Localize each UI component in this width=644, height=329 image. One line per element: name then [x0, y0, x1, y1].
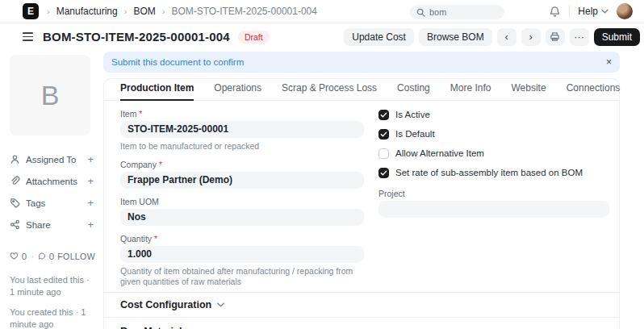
- project-input[interactable]: [378, 201, 609, 218]
- app-logo[interactable]: E: [23, 3, 39, 19]
- is-active-checkbox-row[interactable]: Is Active: [378, 109, 609, 120]
- raw-materials-label: Raw Materials: [120, 326, 187, 329]
- assign-user-icon: [10, 154, 20, 164]
- chevron-right-icon: ›: [529, 31, 532, 43]
- sidebar-item-assigned-to[interactable]: Assigned To +: [10, 148, 95, 170]
- item-input[interactable]: STO-ITEM-2025-00001: [120, 121, 364, 138]
- add-attachment-button[interactable]: +: [87, 175, 95, 187]
- submit-button[interactable]: Submit: [594, 28, 640, 46]
- add-assignment-button[interactable]: +: [87, 153, 95, 165]
- is-default-checkbox-row[interactable]: Is Default: [378, 128, 609, 140]
- set-rate-subassembly-checkbox[interactable]: [378, 168, 389, 178]
- breadcrumb-current-doc: BOM-STO-ITEM-2025-00001-004: [171, 6, 317, 17]
- breadcrumb-separator-icon: ›: [47, 6, 50, 16]
- set-rate-subassembly-checkbox-row[interactable]: Set rate of sub-assembly item based on B…: [378, 167, 609, 178]
- allow-alternative-item-label: Allow Alternative Item: [395, 148, 484, 158]
- prev-document-button[interactable]: ‹: [497, 28, 516, 46]
- sidebar-item-label: Assigned To: [26, 155, 76, 164]
- add-share-button[interactable]: +: [87, 219, 95, 231]
- navbar-divider: [569, 6, 570, 17]
- print-button[interactable]: [546, 28, 565, 46]
- is-active-checkbox[interactable]: [378, 110, 389, 120]
- user-avatar[interactable]: [617, 3, 633, 19]
- sidebar-footer: You last edited this · 1 minute ago You …: [10, 274, 94, 329]
- attach-image-box[interactable]: B: [10, 55, 90, 135]
- form-tabs: Production Item Operations Scrap & Proce…: [104, 79, 619, 101]
- follow-button[interactable]: FOLLOW: [57, 252, 95, 261]
- created-text[interactable]: You created this · 1 minute ago: [10, 306, 94, 329]
- form-content: Submit this document to confirm × Produc…: [103, 50, 620, 329]
- item-description: Item to be manufactured or repacked: [120, 141, 364, 152]
- quantity-input[interactable]: 1.000: [120, 246, 364, 263]
- breadcrumb: › Manufacturing › BOM › BOM-STO-ITEM-202…: [47, 6, 317, 17]
- submit-banner: Submit this document to confirm ×: [103, 52, 620, 73]
- item-uom-field: Item UOM Nos: [120, 197, 364, 226]
- sidebar-toggle-icon[interactable]: [23, 32, 33, 41]
- close-icon[interactable]: ×: [606, 57, 612, 67]
- browse-bom-button[interactable]: Browse BOM: [419, 28, 492, 46]
- breadcrumb-bom[interactable]: BOM: [133, 6, 155, 17]
- company-field: Company * Frappe Partner (Demo): [120, 160, 364, 189]
- quantity-field: Quantity * 1.000 Quantity of item obtain…: [120, 234, 364, 287]
- add-tag-button[interactable]: +: [87, 197, 95, 209]
- check-icon: [380, 131, 387, 138]
- tab-scrap-process-loss[interactable]: Scrap & Process Loss: [282, 82, 377, 101]
- tab-connections[interactable]: Connections: [567, 82, 621, 101]
- required-asterisk: *: [139, 109, 142, 119]
- likes-count: 0: [22, 252, 27, 261]
- company-label: Company *: [120, 160, 364, 169]
- tab-website[interactable]: Website: [512, 82, 546, 101]
- item-label: Item *: [120, 109, 364, 119]
- item-uom-label: Item UOM: [120, 197, 364, 206]
- form-card: Production Item Operations Scrap & Proce…: [103, 78, 620, 329]
- required-asterisk: *: [154, 234, 157, 244]
- item-field: Item * STO-ITEM-2025-00001 Item to be ma…: [120, 109, 364, 152]
- sidebar-item-share[interactable]: Share +: [10, 214, 95, 235]
- project-field: Project: [378, 189, 609, 218]
- page-title: BOM-STO-ITEM-2025-00001-004: [43, 30, 230, 44]
- allow-alternative-item-checkbox[interactable]: [378, 148, 389, 159]
- sidebar-item-tags[interactable]: Tags +: [10, 192, 95, 214]
- chevron-left-icon: ‹: [504, 31, 508, 43]
- is-default-label: Is Default: [395, 129, 435, 139]
- sidebar-item-label: Share: [26, 220, 51, 230]
- chevron-down-icon: [601, 9, 608, 14]
- tag-icon: [10, 198, 20, 208]
- company-input[interactable]: Frappe Partner (Demo): [120, 172, 364, 189]
- update-cost-button[interactable]: Update Cost: [344, 28, 414, 46]
- status-badge[interactable]: Draft: [238, 31, 270, 44]
- tab-production-item[interactable]: Production Item: [120, 82, 194, 101]
- comment-icon[interactable]: [38, 251, 46, 261]
- help-menu[interactable]: Help: [578, 6, 608, 17]
- heart-icon[interactable]: [10, 251, 19, 261]
- check-icon: [380, 169, 387, 177]
- bell-icon[interactable]: [549, 6, 561, 18]
- help-label: Help: [578, 6, 598, 17]
- check-icon: [380, 111, 387, 119]
- search-icon: [416, 8, 425, 17]
- raw-materials-section: Raw Materials: [104, 318, 619, 329]
- breadcrumb-separator-icon: ›: [162, 6, 165, 16]
- more-actions-button[interactable]: ···: [570, 28, 589, 46]
- global-search[interactable]: [410, 5, 504, 19]
- banner-message: Submit this document to confirm: [111, 57, 244, 67]
- is-default-checkbox[interactable]: [378, 129, 389, 140]
- quantity-description: Quantity of item obtained after manufact…: [120, 266, 364, 287]
- search-input[interactable]: [429, 7, 494, 17]
- quantity-label: Quantity *: [120, 234, 364, 244]
- breadcrumb-separator-icon: ›: [124, 6, 128, 16]
- last-edited-text[interactable]: You last edited this · 1 minute ago: [10, 274, 94, 298]
- tab-more-info[interactable]: More Info: [450, 82, 491, 101]
- next-document-button[interactable]: ›: [521, 28, 541, 46]
- top-navbar: E › Manufacturing › BOM › BOM-STO-ITEM-2…: [0, 0, 644, 23]
- tab-operations[interactable]: Operations: [214, 82, 261, 101]
- allow-alternative-item-checkbox-row[interactable]: Allow Alternative Item: [378, 148, 609, 159]
- breadcrumb-manufacturing[interactable]: Manufacturing: [56, 6, 118, 17]
- sidebar-item-attachments[interactable]: Attachments +: [10, 170, 95, 192]
- paperclip-icon: [10, 176, 20, 186]
- tab-costing[interactable]: Costing: [397, 82, 430, 101]
- item-uom-input[interactable]: Nos: [120, 209, 364, 226]
- share-icon: [10, 219, 20, 230]
- cost-configuration-section[interactable]: Cost Configuration: [104, 293, 619, 317]
- cost-configuration-label: Cost Configuration: [120, 299, 211, 310]
